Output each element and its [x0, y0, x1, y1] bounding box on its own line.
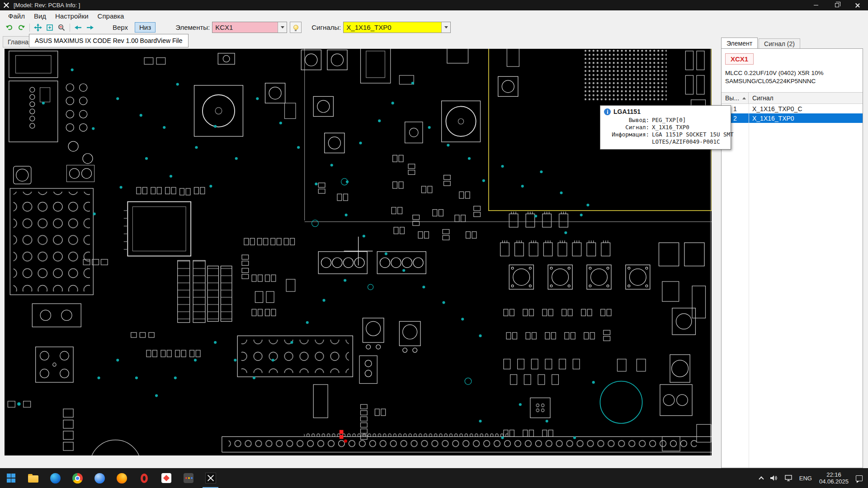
pin-tooltip: LGA1151 Вывод: PEG_TXP[0] Сигнал: X_1X16… — [600, 105, 731, 150]
taskbar-opera-icon[interactable] — [133, 468, 155, 488]
clock-date: 04.06.2025 — [819, 478, 849, 485]
chrome-icon — [72, 473, 83, 483]
rotate-right-icon[interactable] — [16, 22, 27, 33]
zoom-window-icon[interactable] — [44, 22, 55, 33]
toolbar: Верх Низ Элементы: KCX1 Сигналы: X_1X16_… — [0, 21, 868, 33]
tooltip-value: X_1X16_TXP0 — [652, 124, 734, 131]
next-icon[interactable] — [85, 22, 95, 33]
tray-expand-button[interactable] — [756, 468, 767, 488]
chevron-down-icon[interactable] — [278, 22, 287, 33]
titlebar: [Model: Rev: PCBA Info: ] — [0, 0, 868, 10]
elements-combobox-value: KCX1 — [212, 22, 278, 33]
window-title: [Model: Rev: PCBA Info: ] — [14, 2, 80, 9]
taskbar-anydesk-icon[interactable] — [155, 468, 177, 488]
table-row[interactable]: 1 X_1X16_TXP0_C — [722, 104, 863, 113]
signals-combobox-value: X_1X16_TXP0 — [344, 22, 441, 33]
anydesk-icon — [161, 473, 171, 483]
table-row-selected[interactable]: 2 X_1X16_TXP0 — [722, 113, 863, 123]
elements-combobox[interactable]: KCX1 — [212, 22, 287, 33]
signals-combobox[interactable]: X_1X16_TXP0 — [343, 22, 451, 33]
taskbar-boardviewer-icon[interactable] — [199, 468, 222, 488]
tab-boardview-file[interactable]: ASUS MAXIMUS IX CODE Rev 1.00 BoardView … — [29, 34, 189, 47]
tooltip-label: Информация: — [604, 131, 649, 138]
close-button[interactable] — [847, 0, 868, 10]
tooltip-label: Вывод: — [604, 117, 649, 124]
menubar: Файл Вид Настройки Справка — [0, 10, 868, 21]
side-top-button[interactable]: Верх — [108, 23, 132, 32]
chromium-icon — [94, 473, 105, 483]
folder-icon — [28, 475, 38, 483]
menu-file[interactable]: Файл — [4, 11, 29, 21]
signal-cell: X_1X16_TXP0_C — [749, 104, 863, 113]
signal-cell: X_1X16_TXP0 — [749, 113, 863, 123]
fit-view-icon[interactable] — [33, 22, 43, 33]
menu-help[interactable]: Справка — [93, 11, 129, 21]
restore-button[interactable] — [826, 0, 847, 10]
tooltip-body: Вывод: PEG_TXP[0] Сигнал: X_1X16_TXP0 Ин… — [604, 117, 727, 145]
tools-icon — [184, 473, 193, 483]
menu-settings[interactable]: Настройки — [51, 11, 93, 21]
menu-view[interactable]: Вид — [29, 11, 51, 21]
chevron-down-icon[interactable] — [441, 22, 450, 33]
component-desc-line1: MLCC 0.22UF/10V (0402) X5R 10% — [725, 69, 859, 77]
pin-column-label: Вы... — [725, 94, 739, 102]
volume-button[interactable] — [767, 468, 781, 488]
minimize-button[interactable] — [806, 0, 826, 10]
tab-signal[interactable]: Сигнал (2) — [759, 38, 800, 48]
taskbar-firefox-icon[interactable] — [111, 468, 133, 488]
clock-time: 22:16 — [826, 471, 841, 478]
taskbar-chromium-icon[interactable] — [89, 468, 111, 488]
restore-icon — [835, 3, 839, 7]
tooltip-value: LOTES/AZIF0049-P001C — [652, 138, 734, 145]
toolbar-separator — [29, 23, 30, 32]
language-label: ENG — [799, 475, 812, 482]
minimize-icon — [814, 5, 818, 5]
taskbar-chrome-icon[interactable] — [66, 468, 89, 488]
sort-asc-icon — [742, 97, 746, 99]
notification-icon — [856, 475, 863, 481]
tooltip-value: LGA 1151P SOCKET 15U SMT — [652, 131, 734, 138]
highlight-button[interactable] — [290, 22, 302, 33]
chevron-up-icon — [759, 476, 764, 481]
tab-element[interactable]: Элемент — [721, 38, 758, 48]
side-bottom-button[interactable]: Низ — [135, 22, 156, 33]
language-indicator[interactable]: ENG — [796, 468, 816, 488]
window-controls — [806, 0, 868, 10]
elements-label: Элементы: — [175, 23, 210, 31]
tooltip-label: Сигнал: — [604, 124, 649, 131]
pin-table: Вы... Сигнал 1 X_1X16_TXP0_C 2 X_1X16_TX… — [722, 92, 863, 468]
taskbar-clock[interactable]: 22:16 04.06.2025 — [816, 471, 852, 485]
lightbulb-icon — [293, 25, 298, 30]
boardviewer-icon — [205, 473, 216, 483]
prev-icon[interactable] — [73, 22, 84, 33]
edge-icon — [50, 473, 61, 483]
taskbar-tools-icon[interactable] — [177, 468, 199, 488]
taskbar-edge-icon[interactable] — [44, 468, 66, 488]
network-icon — [785, 475, 792, 481]
component-badge: XCX1 — [725, 53, 754, 65]
toolbar-separator — [70, 23, 70, 32]
component-desc-line2: SAMSUNG/CL05A224KP5NNNC — [725, 77, 859, 85]
system-tray: ENG 22:16 04.06.2025 — [756, 468, 868, 488]
firefox-icon — [117, 473, 127, 483]
taskbar-explorer-icon[interactable] — [22, 468, 44, 488]
tooltip-title: LGA1151 — [613, 108, 641, 115]
app-icon — [2, 2, 10, 9]
tooltip-value: PEG_TXP[0] — [652, 117, 734, 124]
element-panel-body: XCX1 MLCC 0.22UF/10V (0402) X5R 10% SAMS… — [721, 48, 863, 468]
info-icon — [604, 108, 611, 115]
element-panel: Элемент Сигнал (2) XCX1 MLCC 0.22UF/10V … — [721, 38, 863, 468]
network-button[interactable] — [781, 468, 796, 488]
signals-label: Сигналы: — [311, 23, 341, 31]
component-description: MLCC 0.22UF/10V (0402) X5R 10% SAMSUNG/C… — [725, 69, 859, 85]
start-button[interactable] — [0, 468, 22, 488]
action-center-button[interactable] — [852, 468, 866, 488]
taskbar: ENG 22:16 04.06.2025 — [0, 468, 868, 488]
signal-column-header[interactable]: Сигнал — [749, 93, 863, 103]
speaker-icon — [770, 475, 778, 481]
column-divider — [749, 104, 749, 468]
rotate-left-icon[interactable] — [4, 22, 15, 33]
opera-icon — [141, 474, 148, 483]
pin-column-header[interactable]: Вы... — [722, 93, 749, 103]
zoom-out-icon[interactable] — [56, 22, 67, 33]
